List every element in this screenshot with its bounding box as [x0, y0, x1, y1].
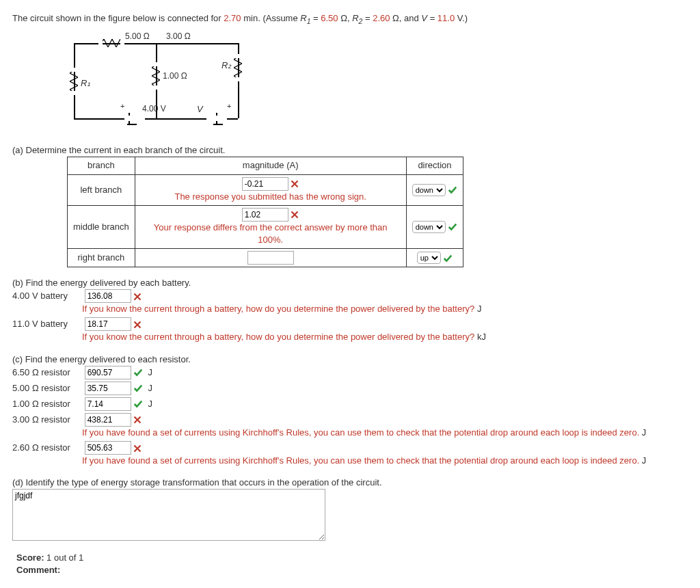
resistor-r2-icon — [234, 57, 242, 79]
label-1ohm: 1.00 Ω — [163, 70, 187, 82]
intro-text: The circuit shown in the figure below is… — [12, 13, 224, 23]
problem-intro: The circuit shown in the figure below is… — [12, 12, 688, 27]
table-row: left branch The response you submitted h… — [68, 174, 463, 205]
check-icon — [133, 367, 143, 377]
label-5ohm: 5.00 Ω — [125, 31, 150, 42]
middle-branch-feedback: Your response differs from the correct a… — [154, 222, 388, 245]
score-label: Score: — [16, 552, 44, 563]
check-icon — [448, 222, 457, 232]
score-value: 1 out of 1 — [46, 552, 83, 563]
right-branch-input[interactable] — [247, 251, 294, 265]
cross-icon — [291, 178, 299, 189]
middle-branch-direction[interactable]: down — [412, 221, 446, 233]
check-icon — [443, 252, 453, 263]
part-b: (b) Find the energy delivered by each ba… — [12, 277, 688, 344]
check-icon — [133, 399, 143, 409]
label-r1: R₁ — [81, 77, 90, 90]
part-d: (d) Identify the type of energy storage … — [12, 477, 688, 576]
battery-4v-label: 4.00 V battery — [12, 290, 82, 302]
col-direction: direction — [406, 157, 463, 174]
cross-icon — [291, 209, 299, 219]
part-c-prompt: (c) Find the energy delivered to each re… — [12, 353, 688, 366]
col-branch: branch — [68, 157, 135, 174]
battery-4v-feedback: If you know the current through a batter… — [82, 304, 474, 314]
battery-11v-feedback: If you know the current through a batter… — [82, 332, 474, 342]
time-value: 2.70 — [224, 13, 241, 23]
battery-4v-input[interactable] — [85, 289, 131, 303]
part-a-table: branch magnitude (A) direction left bran… — [67, 157, 463, 267]
col-magnitude: magnitude (A) — [135, 157, 406, 174]
cross-icon — [133, 319, 142, 329]
left-branch-feedback: The response you submitted has the wrong… — [174, 191, 366, 202]
cross-icon — [133, 442, 142, 453]
r260-input[interactable] — [85, 441, 131, 455]
circuit-diagram: 5.00 Ω 3.00 Ω R₂ 1.00 Ω R₁ 4.00 V V + + — [60, 36, 265, 132]
r100-input[interactable] — [85, 397, 131, 411]
label-v: V — [197, 103, 203, 116]
r500-input[interactable] — [85, 382, 131, 395]
resistor-1ohm-icon — [152, 65, 160, 87]
part-a-prompt: (a) Determine the current in each branch… — [12, 144, 688, 157]
table-row: right branch up — [68, 249, 463, 267]
battery-11v-label: 11.0 V battery — [12, 318, 82, 330]
cross-icon — [133, 414, 142, 425]
check-icon — [448, 185, 457, 195]
check-icon — [133, 383, 143, 393]
part-d-textarea[interactable] — [12, 489, 325, 541]
middle-branch-input[interactable] — [242, 208, 288, 222]
part-b-prompt: (b) Find the energy delivered by each ba… — [12, 277, 688, 289]
table-row: middle branch Your response differs from… — [68, 205, 463, 248]
left-branch-direction[interactable]: down — [412, 184, 446, 196]
cross-icon — [133, 291, 142, 301]
label-r2: R₂ — [221, 59, 231, 72]
part-d-prompt: (d) Identify the type of energy storage … — [12, 477, 688, 489]
label-4v: 4.00 V — [142, 103, 166, 115]
resistor-r1-icon — [70, 70, 78, 92]
battery-11v-input[interactable] — [85, 317, 131, 331]
r650-input[interactable] — [85, 366, 131, 379]
part-a: (a) Determine the current in each branch… — [12, 144, 688, 267]
left-branch-input[interactable] — [242, 177, 288, 191]
right-branch-direction[interactable]: up — [417, 252, 441, 264]
part-c: (c) Find the energy delivered to each re… — [12, 353, 688, 468]
label-3ohm: 3.00 Ω — [166, 31, 191, 42]
r300-input[interactable] — [85, 413, 131, 427]
comment-label: Comment: — [16, 565, 60, 575]
